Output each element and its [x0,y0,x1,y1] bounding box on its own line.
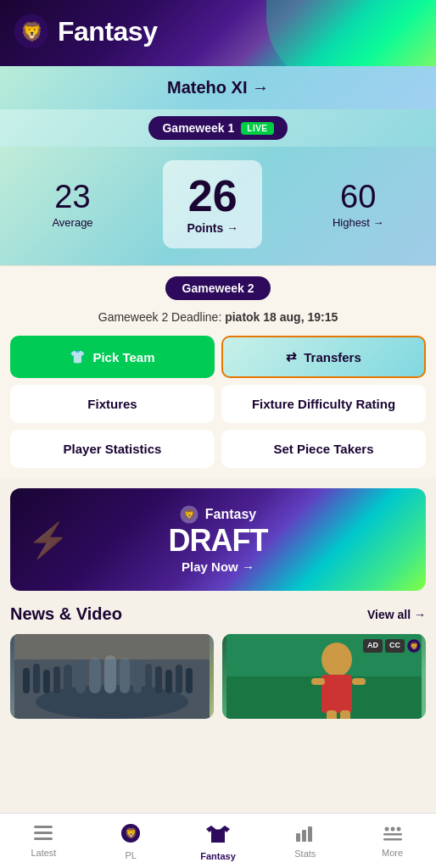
transfers-button[interactable]: ⇄ Transfers [221,336,426,378]
svg-rect-37 [296,833,300,842]
thumb-badges: AD CC 🦁 [363,639,421,653]
stats-nav-icon [296,825,315,846]
nav-more-label: More [382,848,403,858]
transfers-icon: ⇄ [286,349,297,364]
points-score[interactable]: 26 Points → [163,160,262,248]
lightning-icon: ⚡ [27,520,70,559]
deadline-value: piatok 18 aug, 19:15 [225,310,338,324]
svg-rect-29 [340,710,350,719]
team-name-bar[interactable]: Mateho XI → [0,66,436,109]
nav-item-pl[interactable]: 🦁 PL [87,815,175,867]
svg-rect-38 [302,830,306,842]
nav-latest-label: Latest [31,848,56,858]
svg-rect-14 [120,658,130,693]
pl-nav-icon: 🦁 [120,823,141,848]
app-header: 🦁 Fantasy [0,0,436,66]
svg-text:🦁: 🦁 [125,826,137,839]
svg-rect-19 [176,665,182,693]
average-score: 23 Average [52,181,92,229]
view-all-link[interactable]: View all → [367,608,426,621]
team-card: Mateho XI → Gameweek 1 LIVE 23 Average 2… [0,66,436,265]
gameweek2-badge: Gameweek 2 [165,276,271,300]
svg-text:🦁: 🦁 [20,20,44,43]
news-thumb-1[interactable] [10,634,214,719]
gameweek2-section: Gameweek 2 Gameweek 2 Deadline: piatok 1… [0,265,436,478]
svg-rect-26 [311,678,325,685]
svg-rect-21 [14,634,210,659]
player-statistics-button[interactable]: Player Statistics [10,430,215,468]
highest-label: Highest → [333,216,384,229]
gameweek1-badge: Gameweek 1 LIVE [148,116,287,140]
live-badge: LIVE [241,122,273,135]
svg-rect-16 [145,664,152,693]
nav-fantasy-label: Fantasy [200,851,236,861]
draft-logo-row: 🦁 Fantasy [27,505,409,524]
svg-rect-10 [64,665,72,693]
pl-mini-icon: 🦁 [407,639,421,653]
svg-rect-25 [321,675,352,713]
fixture-difficulty-button[interactable]: Fixture Difficulty Rating [221,385,426,423]
gameweek1-label: Gameweek 1 [162,121,234,135]
more-nav-icon [383,826,402,845]
svg-rect-8 [43,670,50,693]
pl-lion-icon: 🦁 [14,14,49,49]
team-name: Mateho XI [167,78,247,97]
highest-value: 60 [333,181,384,213]
main-content: Mateho XI → Gameweek 1 LIVE 23 Average 2… [0,66,436,785]
svg-rect-43 [383,833,402,836]
nav-pl-label: PL [125,850,136,860]
app-title: Fantasy [58,16,157,47]
highest-score: 60 Highest → [333,181,384,229]
svg-rect-32 [34,826,53,828]
svg-rect-15 [133,659,142,693]
cc-badge: CC [385,639,405,653]
gameweek2-label: Gameweek 2 [182,281,254,295]
fixtures-label: Fixtures [87,397,137,411]
deadline-prefix: Gameweek 2 Deadline: [98,310,222,324]
fixtures-button[interactable]: Fixtures [10,385,215,423]
draft-title: DRAFT [27,526,409,556]
shirt-icon: 👕 [70,349,86,364]
nav-item-more[interactable]: More [349,817,436,865]
svg-point-40 [384,827,388,832]
svg-text:🦁: 🦁 [410,642,419,651]
deadline-text: Gameweek 2 Deadline: piatok 18 aug, 19:1… [0,310,436,336]
news-thumb-1-image [10,634,214,719]
svg-rect-28 [327,710,337,719]
nav-stats-label: Stats [294,849,316,859]
latest-icon [34,826,53,845]
news-image-1-svg [10,634,214,719]
points-value: 26 [187,174,238,218]
svg-rect-13 [104,655,116,693]
news-section: News & Video View all → [0,591,436,726]
gameweek1-badge-container: Gameweek 1 LIVE [0,109,436,147]
svg-rect-6 [23,668,30,693]
svg-rect-17 [155,666,162,693]
draft-banner[interactable]: ⚡ 🦁 Fantasy DRAFT Play Now → [10,488,426,591]
news-header: News & Video View all → [10,604,426,624]
points-label: Points → [187,221,238,235]
player-statistics-label: Player Statistics [64,442,162,456]
svg-rect-20 [186,668,193,693]
nav-item-latest[interactable]: Latest [0,817,87,865]
team-name-arrow: → [252,78,269,97]
average-label: Average [52,216,92,229]
set-piece-takers-button[interactable]: Set Piece Takers [221,430,426,468]
ad-badge: AD [363,639,383,653]
svg-rect-39 [308,826,312,842]
transfers-label: Transfers [304,350,361,364]
nav-item-fantasy[interactable]: Fantasy [175,814,262,868]
svg-point-42 [396,827,400,832]
scores-row: 23 Average 26 Points → 60 Highest → [0,147,436,265]
svg-rect-18 [165,670,172,693]
svg-rect-7 [33,664,40,693]
news-thumb-2[interactable]: AD CC 🦁 [222,634,426,719]
svg-rect-27 [352,678,366,685]
svg-rect-33 [34,832,53,834]
nav-item-stats[interactable]: Stats [261,816,349,865]
actions-grid: 👕 Pick Team ⇄ Transfers Fixtures Fixture… [0,336,436,478]
pick-team-button[interactable]: 👕 Pick Team [10,336,215,378]
bottom-nav: Latest 🦁 PL Fantasy Stats [0,813,436,868]
svg-rect-12 [89,658,101,693]
draft-logo-text: Fantasy [205,507,256,522]
